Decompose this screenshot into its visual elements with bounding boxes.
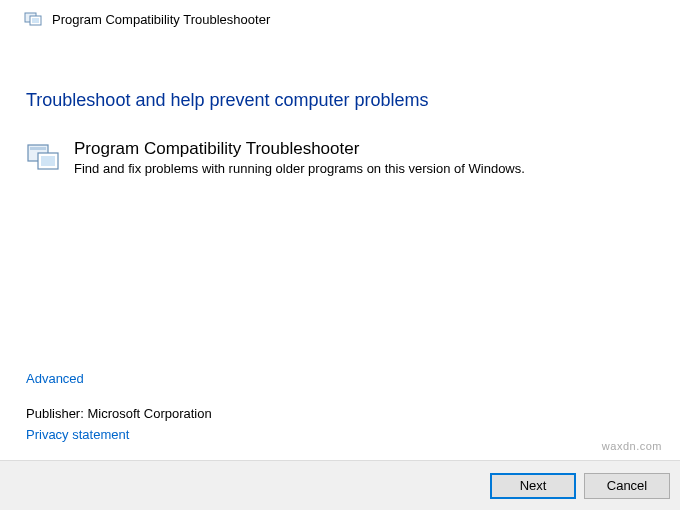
- svg-rect-6: [30, 147, 46, 150]
- watermark-text: waxdn.com: [602, 440, 662, 452]
- troubleshooter-description: Find and fix problems with running older…: [74, 161, 654, 176]
- troubleshooter-large-icon: [26, 139, 64, 177]
- window-title: Program Compatibility Troubleshooter: [52, 12, 270, 27]
- publisher-line: Publisher: Microsoft Corporation: [26, 406, 212, 421]
- footer-links: Advanced Publisher: Microsoft Corporatio…: [26, 371, 212, 442]
- cancel-button[interactable]: Cancel: [584, 473, 670, 499]
- troubleshooter-text-block: Program Compatibility Troubleshooter Fin…: [74, 139, 654, 176]
- svg-rect-5: [41, 156, 55, 166]
- button-bar: Next Cancel: [0, 460, 680, 510]
- troubleshooter-item: Program Compatibility Troubleshooter Fin…: [26, 139, 654, 177]
- advanced-link[interactable]: Advanced: [26, 371, 212, 386]
- svg-rect-2: [32, 18, 39, 23]
- main-heading: Troubleshoot and help prevent computer p…: [26, 90, 654, 111]
- privacy-statement-link[interactable]: Privacy statement: [26, 427, 129, 442]
- troubleshooter-small-icon: [24, 10, 44, 28]
- wizard-content: Troubleshoot and help prevent computer p…: [0, 38, 680, 177]
- title-bar: Program Compatibility Troubleshooter: [0, 0, 680, 38]
- publisher-name: Microsoft Corporation: [87, 406, 211, 421]
- troubleshooter-title: Program Compatibility Troubleshooter: [74, 139, 654, 159]
- publisher-prefix: Publisher:: [26, 406, 87, 421]
- next-button[interactable]: Next: [490, 473, 576, 499]
